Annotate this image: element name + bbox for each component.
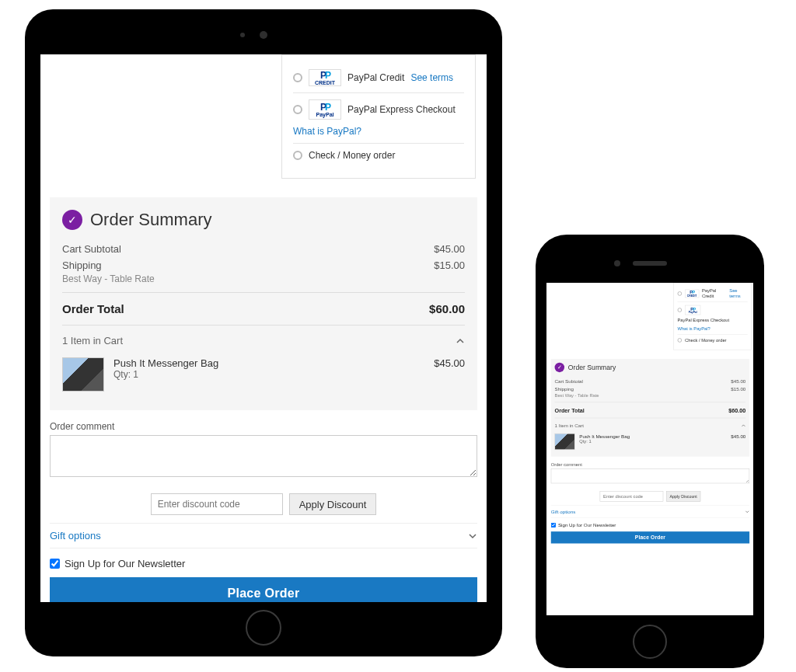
checkout-page: PPCREDIT PayPal Credit See terms PPPayPa… xyxy=(40,54,487,602)
summary-total-row: Order Total $60.00 xyxy=(62,293,465,325)
phone-device-frame: PPCREDIT PayPal Credit See terms PPPayPa… xyxy=(536,235,764,668)
item-qty: Qty: 1 xyxy=(579,439,726,444)
item-details: Push It Messenger Bag Qty: 1 xyxy=(113,357,424,392)
newsletter-checkbox-row[interactable]: Sign Up for Our Newsletter xyxy=(50,553,477,577)
summary-shipping-row: Shipping $15.00 xyxy=(555,385,746,393)
what-is-paypal-link[interactable]: What is PayPal? xyxy=(293,126,464,137)
gift-options-link[interactable]: Gift options xyxy=(551,509,576,514)
newsletter-checkbox[interactable] xyxy=(50,559,60,569)
payment-option-paypal-credit[interactable]: PPCREDIT PayPal Credit See terms xyxy=(293,63,464,92)
payment-methods-card: PPCREDIT PayPal Credit See terms PPPayPa… xyxy=(281,54,476,179)
payment-option-check-money-order[interactable]: Check / Money order xyxy=(293,143,464,167)
payment-option-label: PayPal Express Checkout xyxy=(677,318,729,323)
phone-home-button[interactable] xyxy=(633,625,667,659)
subtotal-value: $45.00 xyxy=(434,243,465,255)
gift-options-toggle[interactable]: Gift options xyxy=(50,523,477,548)
shipping-label: Shipping xyxy=(62,259,102,271)
discount-code-input[interactable] xyxy=(151,493,283,515)
item-thumbnail xyxy=(555,433,575,450)
radio-icon[interactable] xyxy=(677,308,682,312)
what-is-paypal-link[interactable]: What is PayPal? xyxy=(677,326,747,332)
place-order-button[interactable]: Place Order xyxy=(551,531,749,543)
shipping-value: $15.00 xyxy=(731,386,745,392)
phone-screen: PPCREDIT PayPal Credit See terms PPPayPa… xyxy=(546,283,753,615)
payment-option-label: PayPal Credit xyxy=(347,72,404,83)
paypal-credit-logo-icon: PPCREDIT xyxy=(309,69,341,86)
summary-header: ✓ Order Summary xyxy=(555,363,746,372)
radio-icon[interactable] xyxy=(293,151,302,160)
shipping-label: Shipping xyxy=(555,386,574,392)
summary-title: Order Summary xyxy=(90,210,211,230)
shipping-method: Best Way - Table Rate xyxy=(62,273,465,293)
apply-discount-button[interactable]: Apply Discount xyxy=(289,493,377,515)
radio-icon[interactable] xyxy=(293,105,302,114)
subtotal-value: $45.00 xyxy=(731,378,745,384)
tablet-sensor xyxy=(240,33,245,37)
checkout-actions: Order comment Apply Discount Gift option… xyxy=(50,421,477,602)
cart-item-row: Push It Messenger Bag Qty: 1 $45.00 xyxy=(62,351,465,398)
discount-code-input[interactable] xyxy=(600,491,664,501)
payment-option-label: PayPal Credit xyxy=(702,288,726,298)
tablet-home-button[interactable] xyxy=(246,610,281,646)
order-comment-label: Order comment xyxy=(551,461,749,467)
shipping-value: $15.00 xyxy=(434,259,465,271)
step-complete-icon: ✓ xyxy=(555,363,564,372)
place-order-button[interactable]: Place Order xyxy=(50,577,477,602)
summary-title: Order Summary xyxy=(568,364,616,371)
payment-option-label: Check / Money order xyxy=(685,338,726,343)
discount-row: Apply Discount xyxy=(50,493,477,515)
payment-option-paypal-express[interactable]: PPPayPal PayPal Express Checkout What is… xyxy=(677,301,747,334)
newsletter-checkbox-row[interactable]: Sign Up for Our Newsletter xyxy=(551,520,749,531)
payment-option-label: PayPal Express Checkout xyxy=(347,104,456,115)
order-comment-textarea[interactable] xyxy=(551,468,749,483)
item-price: $45.00 xyxy=(731,433,745,450)
cart-items-toggle[interactable]: 1 Item in Cart xyxy=(555,418,746,430)
items-count-label: 1 Item in Cart xyxy=(555,423,584,428)
chevron-down-icon xyxy=(468,531,477,541)
tablet-device-frame: PPCREDIT PayPal Credit See terms PPPayPa… xyxy=(25,9,502,656)
phone-camera xyxy=(614,260,620,266)
total-value: $60.00 xyxy=(728,407,745,413)
item-name: Push It Messenger Bag xyxy=(579,433,726,439)
cart-item-row: Push It Messenger Bag Qty: 1 $45.00 xyxy=(555,430,746,453)
payment-option-paypal-credit[interactable]: PPCREDIT PayPal Credit See terms xyxy=(677,285,747,301)
item-details: Push It Messenger Bag Qty: 1 xyxy=(579,433,726,450)
total-value: $60.00 xyxy=(429,302,465,315)
gift-options-toggle[interactable]: Gift options xyxy=(551,506,749,518)
order-comment-label: Order comment xyxy=(50,421,477,432)
radio-icon[interactable] xyxy=(677,291,682,296)
subtotal-label: Cart Subtotal xyxy=(62,243,121,255)
apply-discount-button[interactable]: Apply Discount xyxy=(666,491,700,501)
newsletter-label: Sign Up for Our Newsletter xyxy=(65,558,185,569)
chevron-up-icon xyxy=(742,423,746,428)
order-comment-textarea[interactable] xyxy=(50,435,477,477)
step-complete-icon: ✓ xyxy=(62,210,82,230)
radio-icon[interactable] xyxy=(677,338,682,343)
shipping-method: Best Way - Table Rate xyxy=(555,393,746,402)
item-name: Push It Messenger Bag xyxy=(113,357,424,369)
summary-subtotal-row: Cart Subtotal $45.00 xyxy=(62,241,465,257)
checkout-actions: Order comment Apply Discount Gift option… xyxy=(551,461,749,543)
payment-methods-card: PPCREDIT PayPal Credit See terms PPPayPa… xyxy=(673,283,752,350)
item-thumbnail xyxy=(62,357,104,392)
total-label: Order Total xyxy=(62,302,124,315)
newsletter-checkbox[interactable] xyxy=(551,523,556,528)
see-terms-link[interactable]: See terms xyxy=(410,72,453,83)
payment-option-paypal-express[interactable]: PPPayPal PayPal Express Checkout What is… xyxy=(293,92,464,143)
summary-total-row: Order Total $60.00 xyxy=(555,402,746,418)
payment-option-check-money-order[interactable]: Check / Money order xyxy=(677,334,747,346)
newsletter-label: Sign Up for Our Newsletter xyxy=(558,522,616,528)
see-terms-link[interactable]: See terms xyxy=(729,288,747,298)
item-price: $45.00 xyxy=(434,357,465,392)
summary-subtotal-row: Cart Subtotal $45.00 xyxy=(555,378,746,385)
order-summary-panel: ✓ Order Summary Cart Subtotal $45.00 Shi… xyxy=(50,197,477,410)
radio-icon[interactable] xyxy=(293,73,302,82)
chevron-up-icon xyxy=(456,336,465,346)
item-qty: Qty: 1 xyxy=(113,369,424,380)
order-summary-panel: ✓ Order Summary Cart Subtotal $45.00 Shi… xyxy=(551,359,749,457)
gift-options-link[interactable]: Gift options xyxy=(50,530,101,541)
items-count-label: 1 Item in Cart xyxy=(62,335,123,346)
payment-option-label: Check / Money order xyxy=(309,150,395,161)
subtotal-label: Cart Subtotal xyxy=(555,378,583,384)
cart-items-toggle[interactable]: 1 Item in Cart xyxy=(62,325,465,351)
